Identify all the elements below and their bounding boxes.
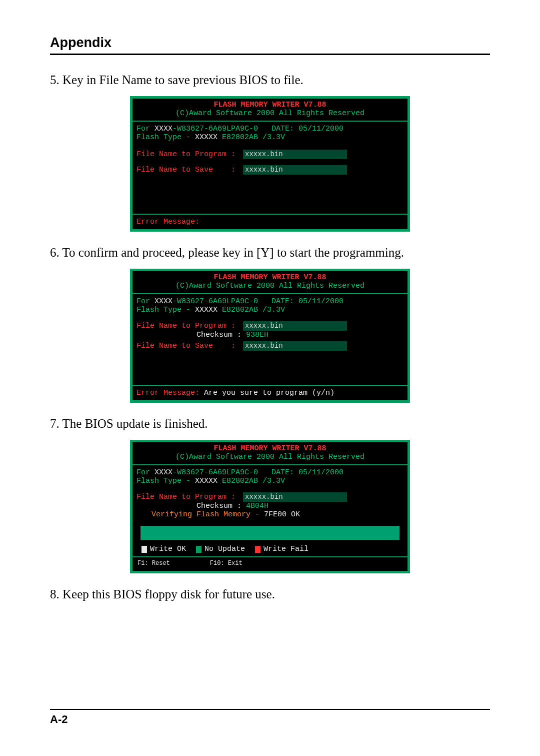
step-5-text: 5. Key in File Name to save previous BIO…	[50, 73, 490, 87]
copyright-line: (C)Award Software 2000 All Rights Reserv…	[136, 453, 404, 461]
swatch-red	[255, 546, 260, 553]
flash-type-line: Flash Type - XXXXX E82802AB /3.3V	[136, 133, 404, 142]
footer-rule	[50, 709, 490, 710]
error-value: Are you sure to program (y/n)	[200, 389, 334, 397]
error-label: Error Message:	[136, 389, 200, 397]
save-file-label: File Name to Save :	[136, 166, 240, 174]
flash-writer-title: FLASH MEMORY WRITER V7.88	[136, 101, 404, 109]
flash-writer-title: FLASH MEMORY WRITER V7.88	[136, 444, 404, 453]
program-file-value: xxxxx.bin	[243, 492, 347, 502]
terminal-body: For XXXX-W83627-6A69LPA9C-0 DATE: 05/11/…	[132, 294, 408, 386]
terminal-header: FLASH MEMORY WRITER V7.88 (C)Award Softw…	[132, 442, 408, 465]
program-file-row: File Name to Program : xxxxx.bin	[136, 150, 404, 159]
bios-screenshot-3: FLASH MEMORY WRITER V7.88 (C)Award Softw…	[130, 440, 410, 573]
terminal-header: FLASH MEMORY WRITER V7.88 (C)Award Softw…	[132, 99, 408, 122]
f10-label: F10: Exit	[210, 559, 242, 568]
for-line: For XXXX-W83627-6A69LPA9C-0 DATE: 05/11/…	[136, 297, 404, 306]
terminal-footer: Error Message: Are you sure to program (…	[132, 386, 408, 400]
swatch-green	[196, 546, 202, 553]
terminal-body: For XXXX-W83627-6A69LPA9C-0 DATE: 05/11/…	[132, 465, 408, 553]
checksum-row: Checksum : 938EH	[136, 331, 404, 339]
copyright-line: (C)Award Software 2000 All Rights Reserv…	[136, 109, 404, 118]
document-page: Appendix 5. Key in File Name to save pre…	[0, 0, 540, 756]
step-8-text: 8. Keep this BIOS floppy disk for future…	[50, 587, 490, 601]
verify-value: 7FE00 OK	[264, 510, 300, 519]
legend-row: Write OK No Update Write Fail	[142, 545, 398, 553]
program-file-label: File Name to Program :	[136, 150, 240, 159]
program-file-value: xxxxx.bin	[243, 321, 347, 331]
bios-screenshot-2: FLASH MEMORY WRITER V7.88 (C)Award Softw…	[130, 269, 410, 403]
page-number: A-2	[50, 713, 490, 726]
checksum-value: 4B04H	[246, 502, 268, 510]
flash-type-line: Flash Type - XXXXX E82802AB /3.3V	[136, 477, 404, 485]
terminal-body: For XXXX-W83627-6A69LPA9C-0 DATE: 05/11/…	[132, 122, 408, 215]
legend-write-ok: Write OK	[142, 545, 186, 553]
save-file-row: File Name to Save : xxxxx.bin	[136, 165, 404, 175]
terminal-header: FLASH MEMORY WRITER V7.88 (C)Award Softw…	[132, 271, 408, 294]
verify-line: Verifying Flash Memory - 7FE00 OK	[136, 510, 404, 519]
for-line: For XXXX-W83627-6A69LPA9C-0 DATE: 05/11/…	[136, 468, 404, 477]
step-6-text: 6. To confirm and proceed, please key in…	[50, 246, 490, 260]
for-line: For XXXX-W83627-6A69LPA9C-0 DATE: 05/11/…	[136, 125, 404, 133]
step-7-text: 7. The BIOS update is finished.	[50, 417, 490, 431]
header-rule	[50, 54, 490, 55]
copyright-line: (C)Award Software 2000 All Rights Reserv…	[136, 282, 404, 290]
program-file-value: xxxxx.bin	[243, 150, 347, 159]
page-footer: A-2	[50, 709, 490, 726]
legend-no-update: No Update	[196, 545, 245, 553]
progress-bar	[140, 526, 400, 540]
save-file-label: File Name to Save :	[136, 342, 240, 350]
swatch-white	[142, 546, 147, 553]
function-keys-row: F1: Reset F10: Exit	[132, 556, 408, 571]
flash-type-line: Flash Type - XXXXX E82802AB /3.3V	[136, 306, 404, 314]
program-file-label: File Name to Program :	[136, 493, 240, 501]
program-file-label: File Name to Program :	[136, 322, 240, 330]
section-title: Appendix	[50, 35, 490, 51]
flash-writer-title: FLASH MEMORY WRITER V7.88	[136, 273, 404, 282]
error-label: Error Message:	[136, 218, 200, 226]
legend-write-fail: Write Fail	[255, 545, 308, 553]
terminal-footer: Error Message:	[132, 215, 408, 229]
save-file-value: xxxxx.bin	[243, 165, 347, 175]
program-file-row: File Name to Program : xxxxx.bin	[136, 321, 404, 331]
program-file-row: File Name to Program : xxxxx.bin	[136, 492, 404, 502]
bios-screenshot-1: FLASH MEMORY WRITER V7.88 (C)Award Softw…	[130, 96, 410, 232]
checksum-row: Checksum : 4B04H	[136, 502, 404, 510]
f1-label: F1: Reset	[138, 559, 170, 568]
save-file-row: File Name to Save : xxxxx.bin	[136, 341, 404, 351]
checksum-value: 938EH	[246, 331, 268, 339]
save-file-value: xxxxx.bin	[243, 341, 347, 351]
